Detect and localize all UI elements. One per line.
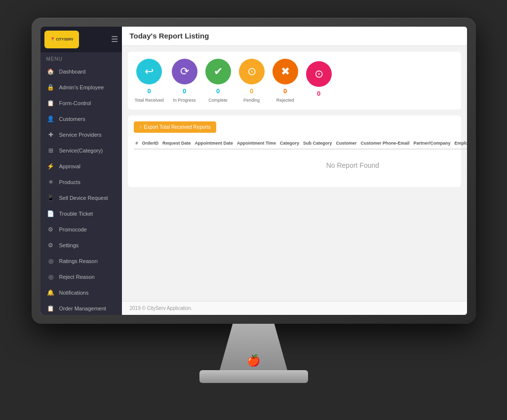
stat-circle-progress: ⟳ [172, 59, 197, 84]
sidebar-label-settings: Settings [59, 242, 79, 248]
stat-in-progress: ⟳ 0 In Progress [172, 59, 197, 103]
stat-value-complete: 0 [216, 87, 220, 95]
stat-value-received: 0 [147, 87, 151, 95]
stat-label-rejected: Rejected [276, 98, 294, 103]
export-button[interactable]: ↑ Export Total Received Reports [134, 121, 217, 133]
promo-icon: ⚙ [46, 225, 55, 234]
stat-value-other: 0 [317, 90, 320, 97]
stat-label-received: Total Received [135, 98, 164, 103]
stat-complete: ✔ 0 Complete [205, 59, 231, 103]
sidebar-label-approval: Approval [59, 163, 80, 169]
order-icon: 📋 [46, 304, 55, 313]
stat-other: ⊙ 0 [306, 61, 332, 100]
monitor-bezel: 📍 CITYSERV ☰ MENU 🏠 Dashboard 🔒 Admin's … [32, 18, 476, 324]
customer-icon: 👤 [46, 115, 55, 123]
page-title: Today's Report Listing [130, 32, 209, 40]
report-table-card: ↑ Export Total Received Reports # OrderI… [128, 115, 461, 187]
apple-logo-icon: 🍎 [247, 354, 260, 367]
pending-icon: ⊙ [247, 65, 256, 78]
content-area: ↩ 0 Total Received ⟳ 0 In Progress [122, 46, 467, 301]
form-icon: 📋 [46, 99, 55, 108]
col-appt-time: Appointment Time [235, 138, 278, 149]
reject-icon: ◎ [46, 272, 55, 281]
sidebar-item-service-category[interactable]: ⊞ Service(Category) [40, 143, 122, 158]
logo-text: CITYSERV [56, 38, 74, 41]
logo-box: 📍 CITYSERV [44, 31, 79, 48]
received-icon: ↩ [145, 65, 154, 78]
sidebar-item-notifications[interactable]: 🔔 Notifications [40, 285, 122, 301]
stat-value-progress: 0 [183, 87, 186, 95]
provider-icon: ✚ [46, 130, 55, 139]
sidebar-item-sell-device[interactable]: 📱 Sell Device Request [40, 190, 122, 206]
col-hash: # [134, 138, 140, 149]
sidebar-item-approval[interactable]: ⚡ Approval [40, 158, 122, 174]
sidebar: 📍 CITYSERV ☰ MENU 🏠 Dashboard 🔒 Admin's … [40, 27, 122, 315]
notification-icon: 🔔 [46, 288, 55, 297]
monitor-wrapper: 📍 CITYSERV ☰ MENU 🏠 Dashboard 🔒 Admin's … [32, 18, 476, 403]
other-icon: ⊙ [314, 68, 323, 80]
sidebar-label-form: Form-Control [59, 100, 91, 106]
ticket-icon: 📄 [46, 209, 55, 218]
sidebar-label-category: Service(Category) [59, 148, 103, 153]
stat-circle-complete: ✔ [205, 59, 231, 84]
sidebar-item-customers[interactable]: 👤 Customers [40, 111, 122, 127]
sidebar-label-admin: Admin's Employee [59, 84, 104, 90]
sidebar-item-dashboard[interactable]: 🏠 Dashboard [40, 64, 122, 79]
stat-rejected: ✖ 0 Rejected [273, 59, 298, 103]
stat-total-received: ↩ 0 Total Received [135, 59, 164, 103]
stats-card: ↩ 0 Total Received ⟳ 0 In Progress [128, 52, 461, 110]
sidebar-label-customers: Customers [59, 116, 85, 122]
sidebar-label-sell-device: Sell Device Request [59, 195, 108, 201]
stat-label-progress: In Progress [173, 98, 196, 103]
sidebar-item-form-control[interactable]: 📋 Form-Control [40, 95, 122, 111]
table-body: No Report Found [134, 149, 467, 181]
sidebar-item-trouble-ticket[interactable]: 📄 Trouble Ticket [40, 206, 122, 222]
stat-circle-received: ↩ [136, 59, 162, 84]
sidebar-label-dashboard: Dashboard [59, 69, 86, 75]
home-icon: 🏠 [46, 67, 55, 76]
stat-value-pending: 0 [250, 87, 253, 95]
stat-circle-rejected: ✖ [273, 59, 298, 84]
sidebar-item-order-management[interactable]: 📋 Order Management [40, 301, 122, 315]
sidebar-label-promo: Promocode [59, 227, 87, 232]
sidebar-item-products[interactable]: ✳ Products [40, 174, 122, 190]
report-table: # OrderID Request Date Appointment Date … [134, 138, 467, 181]
sidebar-item-admin-employee[interactable]: 🔒 Admin's Employee [40, 79, 122, 95]
sidebar-item-ratings[interactable]: ◎ Ratings Reason [40, 253, 122, 269]
rejected-icon: ✖ [281, 65, 290, 78]
col-appt-date: Appointment Date [193, 138, 235, 149]
device-icon: 📱 [46, 193, 55, 202]
table-header-row: # OrderID Request Date Appointment Date … [134, 138, 467, 149]
no-report-message: No Report Found [134, 149, 467, 181]
progress-icon: ⟳ [180, 65, 189, 78]
sidebar-label-products: Products [59, 179, 80, 185]
hamburger-icon[interactable]: ☰ [111, 35, 118, 44]
stats-row: ↩ 0 Total Received ⟳ 0 In Progress [135, 59, 454, 103]
col-phone-email: Customer Phone-Email [358, 138, 411, 149]
table-header: # OrderID Request Date Appointment Date … [134, 138, 467, 149]
sidebar-item-settings[interactable]: ⚙ Settings [40, 237, 122, 253]
sidebar-item-reject-reason[interactable]: ◎ Reject Reason [40, 269, 122, 285]
settings-icon: ⚙ [46, 241, 55, 250]
col-sub-category: Sub Category [301, 138, 334, 149]
lock-icon: 🔒 [46, 83, 55, 92]
sidebar-menu-label: MENU [40, 52, 122, 64]
col-employee: Employee [453, 138, 467, 149]
sidebar-item-promocode[interactable]: ⚙ Promocode [40, 222, 122, 237]
monitor-screen: 📍 CITYSERV ☰ MENU 🏠 Dashboard 🔒 Admin's … [40, 27, 467, 315]
sidebar-logo: 📍 CITYSERV ☰ [40, 27, 122, 52]
col-orderid: OrderID [140, 138, 161, 149]
stat-value-rejected: 0 [283, 87, 287, 95]
top-bar: Today's Report Listing [122, 27, 467, 46]
footer: 2019 © CityServ Application. [122, 301, 467, 315]
col-request-date: Request Date [160, 138, 193, 149]
category-icon: ⊞ [46, 146, 55, 155]
sidebar-label-providers: Service Providers [59, 132, 102, 138]
table-empty-row: No Report Found [134, 149, 467, 181]
sidebar-label-reject: Reject Reason [59, 274, 95, 280]
sidebar-label-ratings: Ratings Reason [59, 258, 98, 264]
stat-pending: ⊙ 0 Pending [239, 59, 265, 103]
col-partner: Partner/Company [411, 138, 452, 149]
sidebar-item-service-providers[interactable]: ✚ Service Providers [40, 127, 122, 143]
ratings-icon: ◎ [46, 257, 55, 266]
